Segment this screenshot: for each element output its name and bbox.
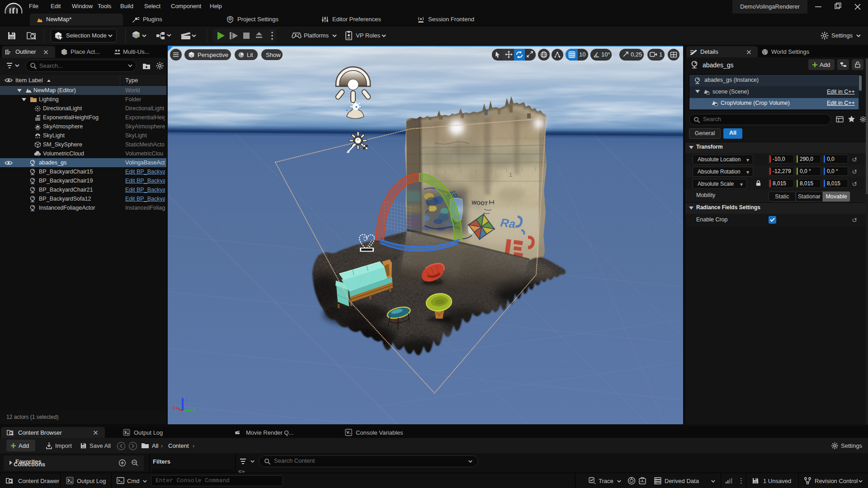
svg-text:X: X <box>172 405 176 411</box>
svg-text:1: 1 <box>509 171 512 178</box>
svg-text:Ra: Ra <box>500 216 516 231</box>
svg-text:Y: Y <box>193 408 196 413</box>
svg-text:WOOT: WOOT <box>472 200 488 206</box>
svg-text:Z: Z <box>185 396 188 402</box>
